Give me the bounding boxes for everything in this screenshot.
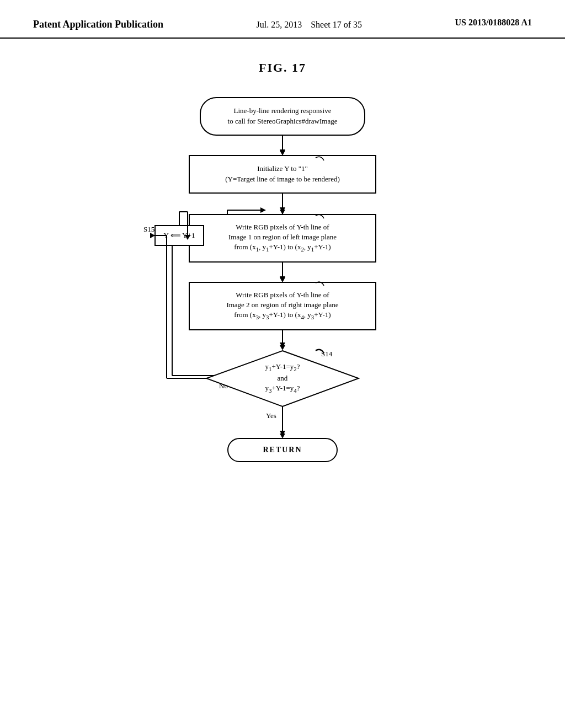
s15-text: Y ⟸ Y+1 [163, 231, 195, 240]
label-s15: S15 [143, 225, 154, 234]
patent-number: US 2013/0188028 A1 [455, 18, 532, 28]
yes-label: Yes [266, 411, 276, 420]
no-label: No [219, 382, 228, 390]
start-node: Line-by-line rendering responsiveto call… [200, 97, 365, 136]
yes-text: Yes [266, 411, 276, 420]
svg-marker-7 [280, 342, 285, 348]
return-text: RETURN [263, 445, 302, 456]
s12-text: Write RGB pixels of Y-th line ofImage 1 … [226, 220, 339, 256]
svg-marker-5 [280, 276, 285, 282]
s13-text: Write RGB pixels of Y-th line ofImage 2 … [224, 288, 340, 324]
publication-text: Patent Application Publication [33, 19, 163, 30]
figure-title: FIG. 17 [0, 61, 565, 75]
s15-node: Y ⟸ Y+1 [154, 225, 204, 246]
s14-text: y1+Y-1=y2?andy3+Y-1=y4? [265, 362, 300, 395]
start-text: Line-by-line rendering responsiveto call… [226, 104, 340, 128]
svg-marker-1 [280, 149, 285, 155]
return-node: RETURN [227, 438, 338, 462]
publication-label: Patent Application Publication [33, 18, 163, 31]
s14-diamond: y1+Y-1=y2?andy3+Y-1=y4? [205, 350, 360, 408]
sheet-info: Sheet 17 of 35 [311, 20, 362, 29]
flowchart: Line-by-line rendering responsiveto call… [117, 92, 448, 588]
patent-number-text: US 2013/0188028 A1 [455, 18, 532, 27]
header-center-info: Jul. 25, 2013 Sheet 17 of 35 [256, 18, 362, 32]
no-text: No [219, 382, 228, 390]
publication-date: Jul. 25, 2013 [256, 20, 302, 29]
s11-node: Initialize Y to "1"(Y=Target line of ima… [189, 155, 376, 194]
svg-marker-3 [280, 207, 285, 213]
s12-node: Write RGB pixels of Y-th line ofImage 1 … [189, 214, 376, 263]
svg-marker-9 [280, 431, 285, 436]
page-header: Patent Application Publication Jul. 25, … [0, 0, 565, 39]
s11-text: Initialize Y to "1"(Y=Target line of ima… [223, 162, 342, 186]
figure-title-text: FIG. 17 [259, 61, 306, 74]
s13-node: Write RGB pixels of Y-th line ofImage 2 … [189, 282, 376, 330]
svg-marker-17 [260, 207, 266, 213]
s15-label-text: S15 [143, 225, 154, 233]
s14-diamond-inner: y1+Y-1=y2?andy3+Y-1=y4? [205, 350, 360, 408]
